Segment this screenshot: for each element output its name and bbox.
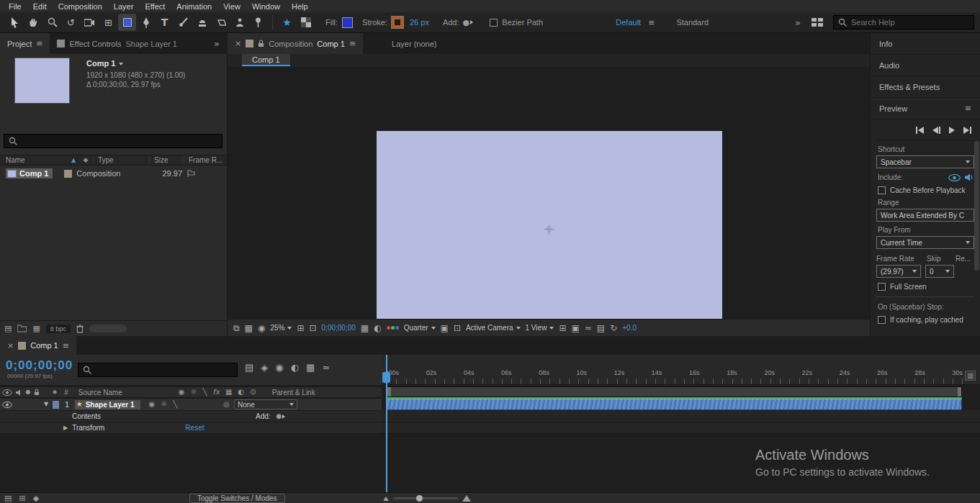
transform-row[interactable]: ▶ Transform Reset [0,422,382,434]
new-composition-icon[interactable]: ▦ [32,325,40,332]
timeline-button-icon[interactable]: ≈ [585,324,592,332]
tool-creates-mask-button[interactable] [297,14,315,31]
cache-before-playback-row[interactable]: Cache Before Playback [878,186,973,194]
eraser-tool-button[interactable] [212,14,230,31]
tab-project[interactable]: Project ≡ [0,33,50,54]
skip-dropdown[interactable]: 0 [925,265,954,278]
project-search-box[interactable] [4,134,222,148]
menu-effect[interactable]: Effect [139,2,171,11]
if-caching-checkbox[interactable] [878,316,886,324]
close-tab-icon[interactable]: × [235,40,241,47]
close-tab-icon[interactable]: × [7,342,14,350]
stroke-width-value[interactable]: 26 px [410,18,429,27]
transform-reset-link[interactable]: Reset [185,424,204,432]
video-column-eye-icon[interactable] [2,389,12,396]
full-screen-checkbox[interactable] [878,283,886,291]
quality-switch-icon[interactable]: ╲ [203,389,207,396]
stroke-color-swatch[interactable] [392,17,403,28]
workspace-selector[interactable]: Default [616,18,641,27]
show-snapshot-icon[interactable]: ▦ [245,324,253,332]
snapshot-icon[interactable]: ⧉ [233,324,240,332]
index-column-label[interactable]: # [64,389,68,396]
column-type[interactable]: Type [93,156,149,164]
next-frame-button[interactable] [963,127,971,134]
puppet-pin-tool-button[interactable] [249,14,267,31]
work-area-end-handle[interactable] [958,387,961,396]
exposure-value[interactable]: +0.0 [622,324,637,332]
tab-timeline-comp1[interactable]: × Comp 1 ≡ [0,336,76,355]
mask-visibility-icon[interactable]: ⊡ [309,324,316,332]
lock-column-icon[interactable] [34,389,40,396]
layer-twirl-icon[interactable]: ▼ [44,402,48,407]
pan-behind-tool-button[interactable]: ⊞ [99,14,117,31]
anchor-point-crosshair[interactable] [544,225,554,235]
flowchart-button-icon[interactable]: ▤ [597,324,605,332]
workspace-bar-button[interactable] [808,14,826,31]
timeline-search-box[interactable] [78,363,238,377]
menu-file[interactable]: File [3,2,27,11]
project-panel-menu-icon[interactable]: ≡ [36,40,42,47]
timeline-zoom-slider[interactable] [383,493,471,503]
menu-composition[interactable]: Composition [53,2,108,11]
right-panel-scrollbar[interactable] [974,141,979,271]
sort-ascending-icon[interactable]: ▲ [68,158,78,163]
layer-visibility-eye-icon[interactable] [2,402,12,408]
grid-guides-icon[interactable]: ⊞ [297,324,304,332]
fast-previews-icon[interactable]: ▣ [571,324,579,332]
layer-row[interactable]: ▼ 1 ★ Shape Layer 1 ◉ ☼ ╲ ◎ None [0,399,382,410]
menu-animation[interactable]: Animation [171,2,217,11]
time-ruler[interactable]: :00s 02s 04s 06s 08s 10s 12s 14s 16s 18s… [382,355,980,385]
contents-add-button[interactable]: ● [277,413,286,420]
frame-blend-switch-icon[interactable]: ◐ [238,389,245,396]
graph-editor-icon[interactable]: ≈ [322,363,330,372]
camera-tool-button[interactable] [81,14,99,31]
interpret-footage-icon[interactable]: ▤ [4,325,12,332]
tab-effect-controls[interactable]: Effect Controls Shape Layer 1 [50,33,184,54]
frame-blending-icon[interactable]: ◐ [291,363,299,372]
project-search-input[interactable] [22,137,217,145]
type-tool-button[interactable]: T [156,14,174,31]
layer-quality-switch[interactable]: ╲ [173,401,177,408]
play-button[interactable] [949,127,955,134]
brush-tool-button[interactable] [174,14,192,31]
solo-column-icon[interactable]: ● [22,389,34,395]
shortcut-dropdown[interactable]: Spacebar [876,155,974,168]
panel-header-audio[interactable]: Audio [871,55,980,76]
menu-layer[interactable]: Layer [108,2,140,11]
label-column-icon[interactable]: ◆ [53,389,57,395]
effects-switch-icon[interactable]: fx [213,389,220,396]
snapshot-camera-icon[interactable]: ▦ [361,324,369,332]
color-channels-icon[interactable] [387,326,399,330]
bezier-path-toggle[interactable]: Bezier Path [490,18,543,27]
menu-help[interactable]: Help [286,2,314,11]
transform-twirl-icon[interactable]: ▶ [63,425,68,431]
parent-pick-whip-icon[interactable]: ◎ [223,401,230,408]
motion-blur-icon[interactable]: ▦ [306,363,315,372]
tab-layer[interactable]: Layer (none) [385,33,444,54]
zoom-in-icon[interactable] [462,495,471,502]
rotate-tool-button[interactable]: ↺ [62,14,80,31]
range-dropdown[interactable]: Work Area Extended By C [876,209,974,222]
work-area-bar[interactable] [387,386,962,397]
toggle-switches-modes-button[interactable]: Toggle Switches / Modes [189,494,285,503]
collapse-transformations-icon[interactable]: ☼ [191,389,197,396]
workspace-mode[interactable]: Standard [676,18,709,27]
contents-row[interactable]: Contents Add: ● [0,411,382,422]
menu-view[interactable]: View [217,2,246,11]
roto-brush-tool-button[interactable] [230,14,248,31]
camera-dropdown[interactable]: Active Camera [466,324,521,332]
composition-mini-flowchart-icon[interactable]: ▤ [245,363,253,372]
column-frame-rate[interactable]: Frame R... [184,156,222,164]
pixel-aspect-icon[interactable]: ⊞ [559,324,566,332]
bezier-path-checkbox[interactable] [490,19,498,27]
expand-in-point-icon[interactable]: ▤ [4,494,12,502]
fill-color-swatch[interactable] [342,17,353,28]
panel-overflow-icon[interactable]: » [214,39,220,48]
pen-tool-button[interactable] [137,14,155,31]
zoom-slider-track[interactable] [393,497,458,499]
audio-column-speaker-icon[interactable] [16,389,22,396]
3d-switch-icon[interactable]: ⊙ [250,389,256,396]
play-from-dropdown[interactable]: Current Time [876,236,974,249]
current-time-display[interactable]: 0;00;00;00 [6,358,73,373]
workspace-menu-icon[interactable]: ≡ [648,19,655,27]
